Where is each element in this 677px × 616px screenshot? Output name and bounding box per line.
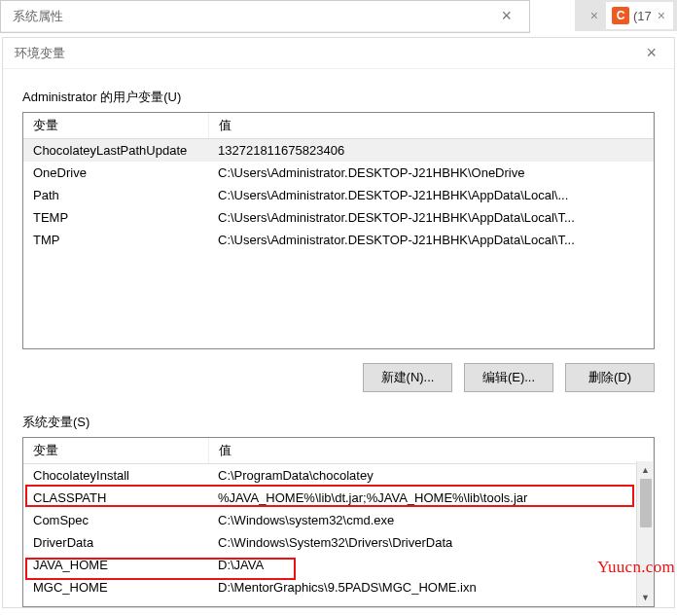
cell-variable: Path [23, 184, 208, 206]
tab-label: (17 [633, 9, 652, 23]
cell-value: C:\Users\Administrator.DESKTOP-J21HBHK\A… [208, 229, 654, 251]
cell-variable: JAVA_HOME [23, 554, 208, 576]
cell-variable: ComSpec [23, 509, 208, 531]
dialog-title: 环境变量 [15, 45, 640, 62]
table-row[interactable]: ChocolateyLastPathUpdate 132721811675823… [23, 139, 654, 163]
sys-vars-table[interactable]: 变量 值 ChocolateyInstall C:\ProgramData\ch… [22, 437, 655, 607]
cell-value: D:\MentorGraphics\9.5PADS\MGC_HOME.ixn [208, 576, 654, 598]
dialog-title: 系统属性 [13, 8, 495, 25]
cell-variable: ChocolateyInstall [23, 464, 208, 488]
scrollbar[interactable]: ▲ ▼ [636, 461, 654, 606]
cell-value: D:\JAVA [208, 554, 654, 576]
titlebar[interactable]: 系统属性 × [1, 1, 529, 32]
close-icon[interactable]: × [640, 43, 662, 63]
background-tab-2[interactable]: C (17 × [606, 2, 673, 29]
cell-value: %JAVA_HOME%\lib\dt.jar;%JAVA_HOME%\lib\t… [208, 487, 654, 509]
system-properties-dialog: 系统属性 × [0, 0, 530, 33]
table-row[interactable]: CLASSPATH %JAVA_HOME%\lib\dt.jar;%JAVA_H… [23, 487, 654, 509]
table-row[interactable]: MGC_HOME D:\MentorGraphics\9.5PADS\MGC_H… [23, 576, 654, 598]
background-tabs: × C (17 × [575, 0, 677, 31]
cell-variable: ChocolateyLastPathUpdate [23, 139, 208, 163]
new-button[interactable]: 新建(N)... [363, 363, 452, 392]
edit-button[interactable]: 编辑(E)... [464, 363, 553, 392]
delete-button[interactable]: 删除(D) [565, 363, 655, 392]
cell-variable: MGC_HOME [23, 576, 208, 598]
table-row[interactable]: DriverData C:\Windows\System32\Drivers\D… [23, 531, 654, 554]
cell-value: C:\Users\Administrator.DESKTOP-J21HBHK\O… [208, 162, 654, 184]
cell-variable: TEMP [23, 206, 208, 229]
cell-variable: TMP [23, 229, 208, 251]
table-row[interactable]: OneDrive C:\Users\Administrator.DESKTOP-… [23, 162, 654, 184]
close-icon[interactable]: × [588, 8, 600, 23]
col-header-value[interactable]: 值 [208, 438, 654, 464]
table-row[interactable]: Path C:\Users\Administrator.DESKTOP-J21H… [23, 184, 654, 206]
env-variables-dialog: 环境变量 × Administrator 的用户变量(U) 变量 值 Choco… [2, 37, 675, 608]
cell-value: C:\Users\Administrator.DESKTOP-J21HBHK\A… [208, 184, 654, 206]
titlebar[interactable]: 环境变量 × [3, 38, 674, 69]
table-row[interactable]: ChocolateyInstall C:\ProgramData\chocola… [23, 464, 654, 488]
scroll-thumb[interactable] [640, 479, 652, 527]
background-tab-1[interactable]: × [579, 2, 606, 29]
table-row[interactable]: TMP C:\Users\Administrator.DESKTOP-J21HB… [23, 229, 654, 251]
scroll-up-icon[interactable]: ▲ [637, 461, 654, 479]
close-icon[interactable]: × [495, 6, 517, 26]
cell-variable: CLASSPATH [23, 487, 208, 509]
cell-value: C:\Users\Administrator.DESKTOP-J21HBHK\A… [208, 206, 654, 229]
col-header-variable[interactable]: 变量 [23, 438, 208, 464]
table-row[interactable]: JAVA_HOME D:\JAVA [23, 554, 654, 576]
user-vars-buttons: 新建(N)... 编辑(E)... 删除(D) [22, 349, 655, 414]
tab-favicon-icon: C [612, 7, 629, 24]
table-row[interactable]: TEMP C:\Users\Administrator.DESKTOP-J21H… [23, 206, 654, 229]
scroll-down-icon[interactable]: ▼ [637, 589, 654, 606]
cell-value: C:\ProgramData\chocolatey [208, 464, 654, 488]
sys-vars-label: 系统变量(S) [22, 414, 655, 431]
user-vars-label: Administrator 的用户变量(U) [22, 89, 655, 106]
cell-value: 132721811675823406 [208, 139, 654, 163]
table-row[interactable]: ComSpec C:\Windows\system32\cmd.exe [23, 509, 654, 531]
close-icon[interactable]: × [656, 8, 667, 23]
col-header-value[interactable]: 值 [208, 113, 654, 139]
cell-variable: DriverData [23, 531, 208, 554]
cell-value: C:\Windows\System32\Drivers\DriverData [208, 531, 654, 554]
cell-value: C:\Windows\system32\cmd.exe [208, 509, 654, 531]
user-vars-table[interactable]: 变量 值 ChocolateyLastPathUpdate 1327218116… [22, 112, 655, 349]
cell-variable: OneDrive [23, 162, 208, 184]
col-header-variable[interactable]: 变量 [23, 113, 208, 139]
